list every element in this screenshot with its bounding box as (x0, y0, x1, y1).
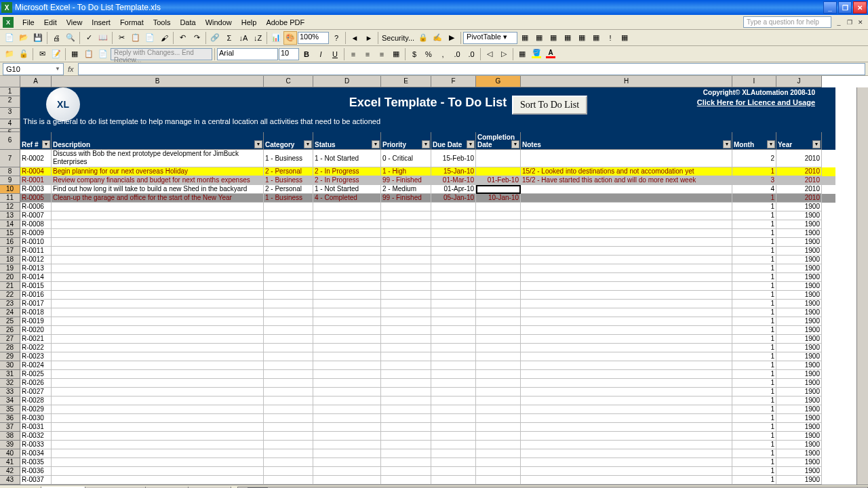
cell[interactable] (264, 317, 313, 326)
cell[interactable] (264, 388, 313, 396)
cell[interactable] (264, 396, 313, 405)
font-size-select[interactable]: 10 (279, 48, 299, 60)
cell[interactable] (431, 282, 476, 291)
cell[interactable] (431, 264, 476, 273)
licence-link[interactable]: Click Here for Licence and Usage (697, 98, 815, 106)
cell[interactable] (476, 317, 521, 326)
menu-edit[interactable]: Edit (39, 17, 62, 28)
save-icon[interactable]: 💾 (31, 31, 45, 45)
cell[interactable]: 2010 (776, 150, 822, 167)
cell[interactable] (313, 352, 381, 361)
cell[interactable]: R-0001 (20, 176, 52, 185)
cell[interactable] (476, 203, 521, 211)
cell[interactable] (313, 476, 381, 485)
cell[interactable] (313, 282, 381, 291)
cell[interactable]: 1900 (776, 308, 822, 317)
row-header[interactable]: 9 (0, 176, 20, 185)
cell[interactable]: 2010 (776, 176, 822, 185)
nav-back-icon[interactable]: ◄ (348, 31, 361, 45)
underline-icon[interactable]: U (328, 47, 342, 61)
cell[interactable]: 2 - In Progress (313, 167, 381, 176)
table-header-description[interactable]: Description▼ (52, 132, 264, 150)
table-header-priority[interactable]: Priority▼ (381, 132, 431, 150)
cell[interactable] (52, 423, 264, 432)
cell[interactable] (521, 247, 732, 256)
cell[interactable]: R-0017 (20, 300, 52, 308)
cell[interactable] (313, 467, 381, 476)
cell[interactable] (476, 300, 521, 308)
cell[interactable]: 1900 (776, 405, 822, 414)
review-icon[interactable]: 📝 (50, 47, 63, 61)
cell[interactable] (381, 449, 431, 458)
cell[interactable] (431, 211, 476, 220)
row-header[interactable]: 7 (0, 150, 20, 167)
cell[interactable]: R-0035 (20, 458, 52, 467)
cell[interactable] (476, 326, 521, 335)
cell[interactable] (521, 150, 732, 167)
cell[interactable]: 1900 (776, 432, 822, 441)
cell[interactable]: 1 (732, 300, 776, 308)
row-header[interactable]: 33 (0, 388, 20, 396)
cell[interactable]: 2 - Medium (381, 185, 431, 194)
cell[interactable]: 1 (732, 432, 776, 441)
cell[interactable]: 1 (732, 220, 776, 229)
research-icon[interactable]: 📖 (96, 31, 110, 45)
help-search-input[interactable]: Type a question for help (743, 16, 831, 28)
cell[interactable]: 1 (732, 423, 776, 432)
cell[interactable]: R-0024 (20, 361, 52, 370)
filter-dropdown-icon[interactable]: ▼ (467, 140, 475, 148)
row-header[interactable]: 24 (0, 308, 20, 317)
cell[interactable] (476, 185, 521, 194)
cell[interactable]: 2010 (776, 185, 822, 194)
cell[interactable]: R-0028 (20, 396, 52, 405)
cell[interactable]: 99 - Finished (381, 194, 431, 203)
cell[interactable] (52, 273, 264, 282)
pivot-icon-4[interactable]: ▦ (561, 31, 574, 45)
cell[interactable] (381, 247, 431, 256)
sig-icon[interactable]: ✍ (431, 31, 444, 45)
cell[interactable] (381, 282, 431, 291)
filter-dropdown-icon[interactable]: ▼ (422, 140, 430, 148)
cell[interactable]: 1900 (776, 379, 822, 388)
filter-dropdown-icon[interactable]: ▼ (723, 140, 731, 148)
cell[interactable]: R-0003 (20, 185, 52, 194)
cell[interactable] (431, 467, 476, 476)
cell[interactable] (52, 238, 264, 247)
cell[interactable]: 1 (732, 326, 776, 335)
cell[interactable]: 2 - Personal (264, 167, 313, 176)
cell[interactable]: 1900 (776, 458, 822, 467)
cell[interactable]: 1 (732, 211, 776, 220)
cell[interactable] (313, 396, 381, 405)
cell[interactable] (52, 370, 264, 379)
cell[interactable]: 10-Jan-10 (476, 194, 521, 203)
row-header[interactable]: 6 (0, 132, 20, 150)
column-header-C[interactable]: C (264, 76, 313, 87)
cell[interactable]: 2010 (776, 194, 822, 203)
cell[interactable] (431, 449, 476, 458)
cell[interactable]: 1900 (776, 317, 822, 326)
cell[interactable] (264, 476, 313, 485)
cell[interactable] (264, 344, 313, 352)
cell[interactable] (476, 229, 521, 238)
sort-desc-icon[interactable]: ↓Z (251, 31, 264, 45)
cell[interactable] (381, 273, 431, 282)
chart-wizard-icon[interactable]: 📊 (269, 31, 283, 45)
cell[interactable]: 1900 (776, 335, 822, 344)
cell[interactable]: R-0032 (20, 432, 52, 441)
cut-icon[interactable]: ✂ (115, 31, 128, 45)
cell[interactable] (476, 388, 521, 396)
cell[interactable] (381, 203, 431, 211)
cell[interactable] (476, 405, 521, 414)
row-header[interactable]: 43 (0, 476, 20, 485)
cell[interactable] (476, 150, 521, 167)
cell[interactable] (381, 423, 431, 432)
cell[interactable] (476, 467, 521, 476)
cell[interactable]: 99 - Finished (381, 176, 431, 185)
cell[interactable] (264, 282, 313, 291)
filter-dropdown-icon[interactable]: ▼ (304, 140, 312, 148)
cell[interactable] (313, 229, 381, 238)
cell[interactable] (52, 388, 264, 396)
font-name-select[interactable]: Arial (217, 48, 278, 60)
cell[interactable] (381, 256, 431, 264)
row-header[interactable]: 23 (0, 300, 20, 308)
